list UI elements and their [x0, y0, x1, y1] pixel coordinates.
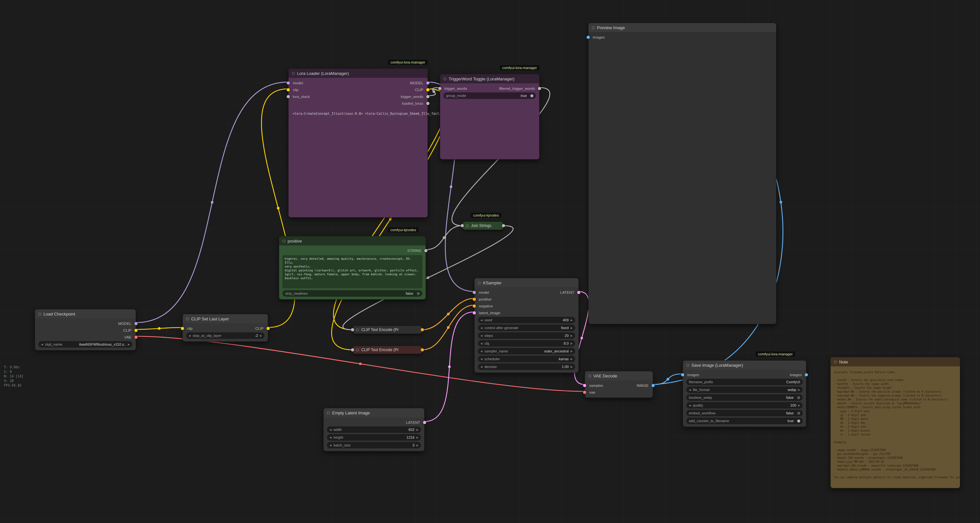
input-port-positive[interactable]	[473, 298, 476, 301]
input-port-lora-stack[interactable]	[286, 95, 290, 98]
filename-prefix-field[interactable]: filename_prefix ComfyUI	[686, 379, 803, 385]
ckpt-name-widget[interactable]: ◀ ckpt_name ilwaiNSFWIllustrious_v110.s.…	[38, 341, 132, 347]
steps-widget[interactable]: ◀ steps 20 ▶	[478, 332, 575, 339]
node-graph-canvas[interactable]: T: 0.00s I: 0 N: 14 [14] V: 28 FPS:56.82…	[0, 0, 980, 523]
node-clip-text-encode-negative[interactable]: CLIP Text Encode (Pr	[353, 345, 422, 354]
lossless-webp-toggle[interactable]: lossless_webp false	[686, 394, 803, 401]
input-port-images[interactable]	[587, 36, 590, 39]
node-header[interactable]: Save Image (LoraManager)	[683, 361, 806, 369]
output-port-loaded-loras[interactable]	[426, 102, 430, 105]
node-header[interactable]: CLIP Set Last Layer	[183, 314, 268, 323]
node-header[interactable]: Empty Latent Image	[324, 408, 424, 417]
decrement-arrow-icon[interactable]: ◀	[480, 319, 482, 322]
output-port-model[interactable]	[134, 322, 138, 325]
collapse-dot-icon[interactable]	[356, 328, 359, 331]
decrement-arrow-icon[interactable]: ◀	[480, 326, 482, 330]
input-port-vae[interactable]	[583, 391, 586, 394]
toggle-knob-icon[interactable]	[797, 420, 800, 423]
decrement-arrow-icon[interactable]: ◀	[189, 334, 191, 337]
input-port-collapsed[interactable]	[351, 348, 354, 352]
node-load-checkpoint[interactable]: Load Checkpoint MODEL CLIP VAE ◀ ckpt_na…	[35, 309, 136, 350]
output-port-image[interactable]	[651, 384, 655, 387]
output-port-string[interactable]	[502, 224, 505, 227]
height-widget[interactable]: ◀ height 1216 ▶	[327, 434, 421, 441]
output-port-latent[interactable]	[423, 421, 426, 424]
increment-arrow-icon[interactable]: ▶	[798, 404, 800, 407]
input-port-samples[interactable]	[583, 384, 586, 387]
sampler-name-widget[interactable]: ◀ sampler_name euler_ancestral ▶	[478, 348, 575, 354]
collapse-dot-icon[interactable]	[686, 364, 689, 367]
increment-arrow-icon[interactable]: ▶	[571, 342, 573, 345]
increment-arrow-icon[interactable]: ▶	[571, 319, 573, 322]
decrement-arrow-icon[interactable]: ◀	[480, 358, 482, 361]
decrement-arrow-icon[interactable]: ◀	[480, 365, 482, 368]
input-port-images[interactable]	[681, 373, 684, 376]
collapse-dot-icon[interactable]	[356, 349, 359, 352]
node-header[interactable]: Note	[830, 357, 960, 366]
node-header[interactable]: Load Checkpoint	[35, 309, 136, 319]
decrement-arrow-icon[interactable]: ◀	[689, 404, 691, 407]
stop-at-clip-layer-widget[interactable]: ◀ stop_at_clip_layer -2 ▶	[186, 332, 264, 339]
output-port-trigger-words[interactable]	[426, 95, 430, 98]
increment-arrow-icon[interactable]: ▶	[571, 334, 573, 337]
output-port-clip[interactable]	[134, 329, 138, 332]
increment-arrow-icon[interactable]: ▶	[798, 388, 800, 391]
node-clip-text-encode-positive[interactable]: CLIP Text Encode (Pr	[353, 325, 422, 334]
node-save-image[interactable]: Save Image (LoraManager) images images f…	[682, 360, 807, 427]
output-port-filtered-trigger-words[interactable]	[538, 87, 541, 90]
node-positive-prompt[interactable]: positive STRING highres, very detailed, …	[279, 236, 426, 300]
strip-newlines-toggle[interactable]: strip_newlines false	[282, 290, 422, 297]
toggle-knob-icon[interactable]	[797, 396, 800, 399]
node-ksampler[interactable]: KSampler model LATENT positive negative …	[474, 278, 579, 373]
increment-arrow-icon[interactable]: ▶	[571, 358, 573, 361]
decrement-arrow-icon[interactable]: ◀	[329, 436, 331, 439]
cfg-widget[interactable]: ◀ cfg 8.0 ▶	[478, 340, 575, 347]
output-port-latent[interactable]	[577, 291, 581, 294]
toggle-knob-icon[interactable]	[797, 412, 800, 415]
decrement-arrow-icon[interactable]: ◀	[329, 428, 331, 431]
output-port-images[interactable]	[805, 373, 808, 376]
increment-arrow-icon[interactable]: ▶	[571, 350, 573, 353]
node-header[interactable]: positive	[279, 236, 426, 246]
scheduler-widget[interactable]: ◀ scheduler karras ▶	[478, 356, 575, 362]
output-port-clip[interactable]	[267, 327, 270, 330]
node-header[interactable]: VAE Decode	[585, 371, 653, 380]
collapse-dot-icon[interactable]	[478, 281, 481, 284]
prompt-textarea[interactable]: highres, very detailed, amazing quality,…	[282, 255, 422, 288]
input-port-collapsed[interactable]	[351, 328, 354, 331]
node-header[interactable]: Preview Image	[589, 23, 776, 32]
width-widget[interactable]: ◀ width 832 ▶	[327, 426, 421, 433]
node-preview-image[interactable]: Preview Image images	[588, 23, 776, 324]
increment-arrow-icon[interactable]: ▶	[571, 365, 573, 368]
control-after-generate-widget[interactable]: ◀ control after generate fixed ▶	[478, 325, 575, 331]
seed-widget[interactable]: ◀ seed 409 ▶	[478, 317, 575, 323]
batch-size-widget[interactable]: ◀ batch_size 3 ▶	[327, 442, 421, 449]
decrement-arrow-icon[interactable]: ◀	[329, 444, 331, 447]
node-clip-set-last-layer[interactable]: CLIP Set Last Layer clip CLIP ◀ stop_at_…	[183, 314, 268, 342]
lora-syntax-text[interactable]: <lora:CreateConcept_Illustrious:0.8> <lo…	[289, 112, 428, 116]
node-header[interactable]: Lora Loader (LoraManager)	[289, 69, 428, 78]
add-counter-to-filename-toggle[interactable]: add_counter_to_filename true	[686, 418, 803, 424]
output-port-conditioning[interactable]	[421, 348, 424, 352]
collapse-dot-icon[interactable]	[834, 361, 837, 363]
increment-arrow-icon[interactable]: ▶	[571, 326, 573, 330]
output-port-clip[interactable]	[426, 88, 430, 92]
output-port-vae[interactable]	[134, 336, 138, 339]
collapse-dot-icon[interactable]	[444, 78, 446, 81]
decrement-arrow-icon[interactable]: ◀	[480, 334, 482, 337]
toggle-knob-icon[interactable]	[417, 292, 420, 295]
decrement-arrow-icon[interactable]: ◀	[689, 388, 691, 391]
collapse-dot-icon[interactable]	[327, 412, 330, 414]
collapse-dot-icon[interactable]	[292, 72, 295, 75]
collapse-dot-icon[interactable]	[282, 239, 285, 242]
input-port-latent-image[interactable]	[473, 311, 476, 314]
input-port-strings[interactable]	[461, 224, 464, 227]
input-port-model[interactable]	[286, 81, 290, 85]
node-triggerword-toggle[interactable]: TriggerWord Toggle (LoraManager) trigger…	[440, 74, 539, 160]
collapse-dot-icon[interactable]	[186, 317, 189, 320]
output-port-conditioning[interactable]	[421, 328, 424, 331]
output-port-model[interactable]	[426, 81, 430, 85]
toggle-knob-icon[interactable]	[530, 94, 533, 97]
input-port-model[interactable]	[473, 291, 476, 294]
node-empty-latent-image[interactable]: Empty Latent Image LATENT ◀ width 832 ▶ …	[323, 408, 425, 451]
